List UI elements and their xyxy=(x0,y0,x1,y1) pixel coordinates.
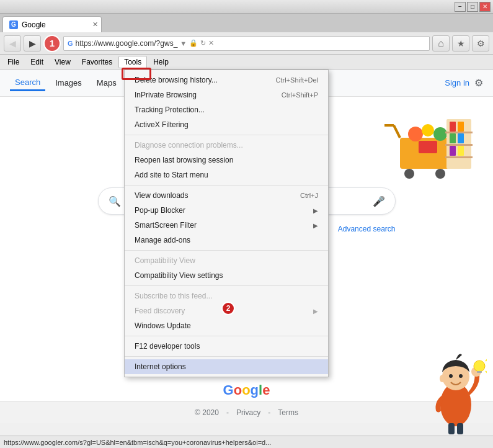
reopen-last-session[interactable]: Reopen last browsing session xyxy=(125,153,328,168)
menu-tools[interactable]: Tools xyxy=(118,56,147,68)
compatibility-view: Compatibility View xyxy=(125,253,328,268)
back-button[interactable]: ◀ xyxy=(4,35,21,52)
forward-button[interactable]: ▶ xyxy=(24,35,41,52)
popup-blocker[interactable]: Pop-up Blocker ▶ xyxy=(125,203,328,218)
maximize-button[interactable]: □ xyxy=(467,2,478,12)
menu-help[interactable]: Help xyxy=(148,56,174,68)
svg-rect-17 xyxy=(450,146,456,156)
title-bar: − □ ✕ xyxy=(0,0,493,14)
footer-separator: - xyxy=(268,408,270,417)
svg-rect-10 xyxy=(445,132,473,133)
nav-maps[interactable]: Maps xyxy=(92,76,122,90)
badge-1: 1 xyxy=(50,38,55,48)
view-downloads[interactable]: View downloads Ctrl+J xyxy=(125,188,328,203)
tab-close-button[interactable]: ✕ xyxy=(92,20,98,29)
inprivate-browsing[interactable]: InPrivate Browsing Ctrl+Shift+P xyxy=(125,87,328,102)
nav-search[interactable]: Search xyxy=(10,75,45,91)
settings-gear-icon[interactable]: ⚙ xyxy=(474,77,483,89)
search-icon: 🔍 xyxy=(109,195,121,207)
menu-section-options: Internet options xyxy=(125,357,328,377)
browser-settings-button[interactable]: ⚙ xyxy=(472,35,489,52)
svg-point-23 xyxy=(440,375,445,382)
menu-file[interactable]: File xyxy=(2,56,24,68)
character-illustration xyxy=(425,349,487,436)
menu-section-browsing: Delete browsing history... Ctrl+Shift+De… xyxy=(125,70,328,135)
close-button[interactable]: ✕ xyxy=(479,2,491,12)
minimize-button[interactable]: − xyxy=(455,2,466,12)
address-bar: ◀ ▶ 1 G https://www.google.com/?gws_ ▼ 🔒… xyxy=(0,32,493,55)
svg-point-7 xyxy=(433,127,447,141)
delete-browsing-history[interactable]: Delete browsing history... Ctrl+Shift+De… xyxy=(125,73,328,87)
tab-title: Google xyxy=(22,20,46,29)
svg-line-29 xyxy=(486,358,487,361)
annotation-badge-2: 2 xyxy=(221,302,235,315)
svg-rect-25 xyxy=(448,423,455,434)
svg-rect-15 xyxy=(450,133,456,143)
mic-icon[interactable]: 🎤 xyxy=(373,195,385,207)
activex-filtering[interactable]: ActiveX Filtering xyxy=(125,117,328,132)
svg-rect-11 xyxy=(445,144,473,146)
home-button[interactable]: ⌂ xyxy=(432,35,450,52)
footer-terms[interactable]: Terms xyxy=(278,408,298,417)
svg-line-31 xyxy=(486,371,487,374)
f12-developer-tools[interactable]: F12 developer tools xyxy=(125,339,328,354)
address-input[interactable]: G https://www.google.com/?gws_ ▼ 🔒 ↻ ✕ xyxy=(63,36,430,51)
svg-rect-14 xyxy=(458,122,464,132)
menu-section-dev: F12 developer tools xyxy=(125,336,328,357)
menu-section-tools: View downloads Ctrl+J Pop-up Blocker ▶ S… xyxy=(125,186,328,251)
add-to-start-menu[interactable]: Add site to Start menu xyxy=(125,168,328,182)
menu-favorites[interactable]: Favorites xyxy=(77,56,117,68)
svg-point-21 xyxy=(449,374,453,378)
svg-line-1 xyxy=(394,125,400,138)
svg-rect-12 xyxy=(445,156,473,158)
footer-privacy[interactable]: Privacy xyxy=(236,408,260,417)
svg-point-5 xyxy=(408,127,423,141)
advanced-search-link[interactable]: Advanced search xyxy=(338,225,396,233)
menu-section-connection: Diagnose connection problems... Reopen l… xyxy=(125,135,328,186)
svg-rect-28 xyxy=(477,371,482,373)
google-small-logo: Google xyxy=(223,382,270,398)
grocery-illustration xyxy=(381,107,481,181)
tracking-protection[interactable]: Tracking Protection... xyxy=(125,102,328,117)
svg-rect-16 xyxy=(458,133,464,143)
diagnose-connection: Diagnose connection problems... xyxy=(125,138,328,153)
svg-rect-26 xyxy=(457,423,463,434)
status-bar: https://www.googler.com/s?gl=US&hl=en&tb… xyxy=(0,436,493,448)
menu-view[interactable]: View xyxy=(50,56,76,68)
sign-in-area: Sign in ⚙ xyxy=(445,77,483,89)
tab-favicon: G xyxy=(9,20,18,29)
favorites-button[interactable]: ★ xyxy=(452,35,469,52)
footer-year: © 2020 xyxy=(195,408,219,417)
footer-dash: - xyxy=(226,408,229,417)
google-footer: © 2020 - Privacy - Terms xyxy=(0,401,493,423)
windows-update[interactable]: Windows Update xyxy=(125,318,328,333)
internet-options[interactable]: Internet options xyxy=(125,359,328,374)
browser-tab[interactable]: G Google ✕ xyxy=(2,16,102,32)
svg-rect-13 xyxy=(450,122,456,132)
manage-addons[interactable]: Manage add-ons xyxy=(125,233,328,248)
menu-bar: File Edit View Favorites Tools Help xyxy=(0,55,493,69)
svg-point-22 xyxy=(459,374,463,378)
smartscreen-filter[interactable]: SmartScreen Filter ▶ xyxy=(125,218,328,233)
svg-rect-8 xyxy=(419,141,437,153)
menu-section-compatibility: Compatibility View Compatibility View se… xyxy=(125,251,328,286)
tools-dropdown-menu: Delete browsing history... Ctrl+Shift+De… xyxy=(124,69,329,377)
svg-point-4 xyxy=(435,169,445,179)
sign-in-button[interactable]: Sign in xyxy=(445,78,469,87)
compatibility-view-settings[interactable]: Compatibility View settings xyxy=(125,268,328,283)
menu-edit[interactable]: Edit xyxy=(25,56,48,68)
tab-bar: G Google ✕ xyxy=(0,14,493,32)
window-controls: − □ ✕ xyxy=(455,2,491,12)
status-url: https://www.googler.com/s?gl=US&hl=en&tb… xyxy=(4,439,271,446)
svg-rect-18 xyxy=(458,146,464,156)
nav-images[interactable]: Images xyxy=(50,76,87,90)
refresh-button[interactable]: 1 xyxy=(43,35,61,52)
svg-point-6 xyxy=(422,124,434,137)
address-text: https://www.google.com/?gws_ xyxy=(76,39,178,48)
svg-point-27 xyxy=(474,361,485,372)
svg-point-3 xyxy=(404,169,414,179)
